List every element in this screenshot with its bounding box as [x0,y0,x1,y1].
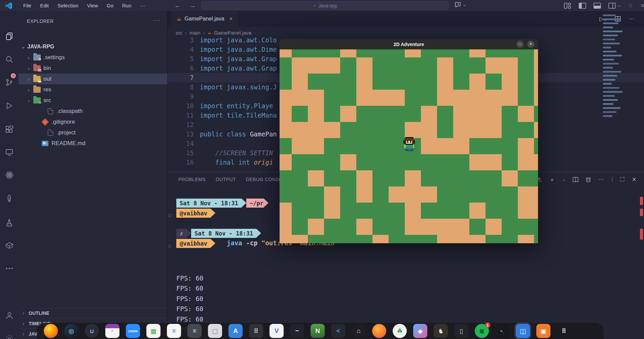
dock-firefox-icon[interactable] [44,324,58,338]
grass-tile [453,57,469,74]
menu-run[interactable]: Run [118,0,136,11]
activity-more-icon[interactable] [0,260,19,276]
dock-orange-box-icon[interactable]: ▣ [536,324,550,338]
dock-vscode-icon[interactable]: < [331,324,345,338]
dock-app-dots-icon[interactable]: ⠿ [249,324,263,338]
dock-pulse-icon[interactable]: ~ [290,324,304,338]
maximize-panel-icon[interactable]: ⛶ [620,176,624,183]
window-maximize-button[interactable]: □ [629,3,632,8]
activity-mongodb-icon[interactable] [0,190,19,206]
close-panel-icon[interactable]: ✕ [632,176,637,183]
tree-item-project[interactable]: .project [19,127,167,138]
tree-item-classpath[interactable]: .classpath [19,106,167,117]
minimap[interactable] [603,14,629,125]
dock-blue-files-icon[interactable]: ◫ [516,324,530,338]
activity-account-icon[interactable] [0,307,19,324]
dock-spotify-icon[interactable]: ≋1 [475,324,489,338]
dock-neovim-icon[interactable]: N [311,324,325,338]
sidebar-more-icon[interactable]: ··· [153,17,161,24]
tree-item-label: bin [43,65,51,72]
kill-terminal-icon[interactable] [586,177,591,182]
toggle-sidebar-icon[interactable] [579,3,586,9]
toggle-panel-icon[interactable] [594,3,601,9]
new-terminal-icon[interactable]: ＋ [549,176,555,183]
dock-phone-link-icon[interactable]: ▯ [454,324,468,338]
split-terminal-icon[interactable] [573,177,578,182]
dock-ghostty-icon[interactable]: ⌂ [352,324,366,338]
editor-more-icon[interactable]: ··· [629,15,635,22]
dock-calendar-icon[interactable]: · [105,324,119,338]
chevron-right-icon: › [26,66,31,71]
menu-file[interactable]: File [19,0,36,11]
dock-steam-icon[interactable]: ◎ [64,324,78,338]
tree-item-settings[interactable]: ›⚙.settings [19,52,167,63]
activity-container-icon[interactable] [0,237,19,253]
tree-item-out[interactable]: ›⬓out [19,74,167,84]
dock-files-icon[interactable]: ▢ [208,324,222,338]
tree-item-src[interactable]: ›‹›src [19,95,167,106]
grass-tile [405,235,421,243]
dock-text-editor-icon[interactable]: ≡ [187,324,202,338]
activity-flask-icon[interactable] [0,215,19,231]
activity-explorer-icon[interactable] [0,28,19,44]
activity-source-control-icon[interactable]: ◷ [0,74,19,90]
tree-project-root[interactable]: ⌄JAVA-RPG [19,41,167,52]
menu-selection[interactable]: Selection [53,0,83,11]
toggle-secondary-sidebar-icon[interactable] [608,3,616,9]
dock-software-store-icon[interactable]: A [228,324,243,338]
breadcrumb-item[interactable]: src [176,30,182,36]
activity-extensions-icon[interactable] [0,121,19,137]
ground-tile [518,106,534,122]
panel-tab-output[interactable]: OUTPUT [216,177,236,182]
tab-gamepanel[interactable]: ☕ GamePanel.java × [171,11,238,27]
customize-layout-icon[interactable] [564,3,571,9]
dock-discord-icon[interactable]: ∪ [85,324,99,338]
sidebar-section-outline[interactable]: ›OUTLINE [19,308,167,318]
dock-v-app-icon[interactable]: V [270,324,284,338]
panel-more-icon[interactable]: ··· [598,176,604,183]
copilot-button[interactable]: ✦ ⌄ [455,2,466,8]
nav-forward-icon[interactable]: → [189,2,196,9]
tree-item-res[interactable]: ›res [19,84,167,95]
panel-tab-problems[interactable]: PROBLEMS [178,177,206,182]
activity-atom-icon[interactable] [0,167,19,183]
breadcrumb[interactable]: src›main›☕GamePanel.java [176,30,251,36]
dock-libreoffice-calc-icon[interactable]: ▦ [146,324,160,338]
activity-settings-icon[interactable] [0,331,19,339]
dock-app-grid-icon[interactable]: ⠿ [557,324,571,338]
activity-search-icon[interactable] [0,51,19,67]
activity-remote-explorer-icon[interactable] [0,144,19,160]
game-map [280,49,538,243]
dock-orange-swirl-icon[interactable] [372,324,386,338]
game-window-titlebar[interactable]: 2D Adventure – × [279,39,538,49]
dock-leaf-app-icon[interactable]: ☘ [393,324,407,338]
menu-edit[interactable]: Edit [36,0,53,11]
game-close-button[interactable]: × [527,41,534,48]
breadcrumb-item[interactable]: main [189,30,201,36]
tree-item-gitignore[interactable]: ⑂.gitignore [19,117,167,127]
copilot-icon: ✦ [455,2,462,8]
dock-zoom-icon[interactable]: zoom [126,324,140,338]
game-minimize-button[interactable]: – [516,41,524,48]
menu-[interactable]: ··· [136,0,150,11]
window-minimize-button[interactable]: – [618,3,620,8]
breadcrumb-item[interactable]: GamePanel.java [214,30,251,36]
dock-gradient-droplet-icon[interactable]: ◆ [413,324,427,338]
tree-item-READMEmd[interactable]: M↓README.md [19,138,167,149]
nav-back-icon[interactable]: ← [174,2,181,9]
grass-tile [372,122,389,138]
dock-terminal-icon[interactable]: >_ [495,324,509,338]
activity-run-debug-icon[interactable] [0,97,19,114]
dock-chess-icon[interactable]: ♞ [434,324,448,338]
terminal-dropdown-icon[interactable]: ⌄ [562,177,565,182]
menu-go[interactable]: Go [102,0,118,11]
folder-icon: ▤ [33,65,41,71]
grass-tile [502,106,518,122]
ground-tile [340,49,356,57]
tab-close-icon[interactable]: × [229,15,233,22]
command-center-search[interactable]: ⌕ Java-rpg [201,1,449,10]
menu-view[interactable]: View [83,0,102,11]
tree-item-bin[interactable]: ›▤bin [19,63,167,74]
window-close-button[interactable]: × [641,2,644,9]
dock-libreoffice-writer-icon[interactable]: ≡ [167,324,181,338]
